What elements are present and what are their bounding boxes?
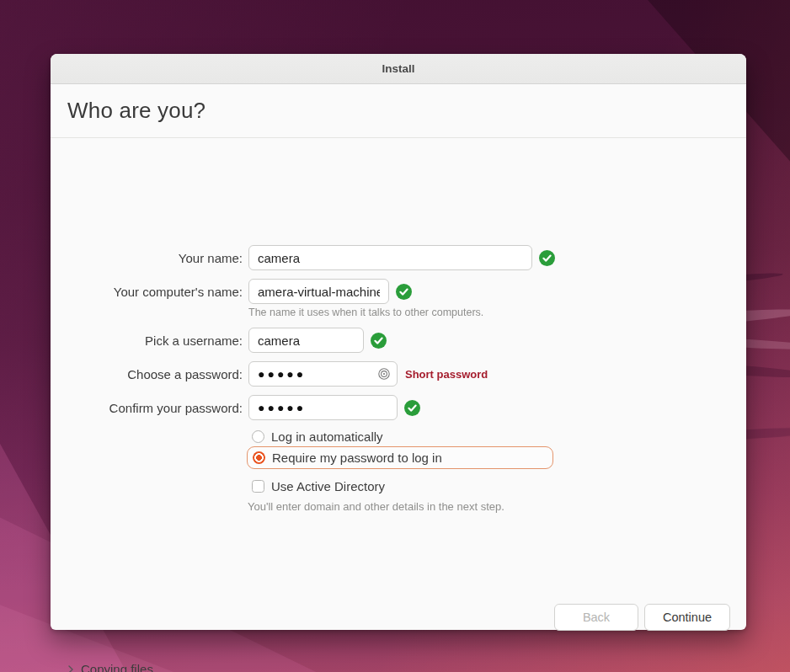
your-name-valid-icon [539,250,555,266]
progress-expander[interactable]: Copying files... [67,662,163,672]
computer-name-label: Your computer's name: [51,285,243,299]
auto-login-option[interactable]: Log in automatically [252,429,383,444]
active-directory-checkbox-icon[interactable] [252,480,264,493]
active-directory-hint: You'll enter domain and other details in… [248,500,504,513]
active-directory-label: Use Active Directory [271,479,385,493]
progress-label: Copying files... [81,662,163,672]
computer-name-input[interactable] [248,279,389,304]
your-name-input[interactable] [248,245,532,270]
auto-login-label: Log in automatically [271,429,383,444]
confirm-password-row: Confirm your password: [51,395,420,420]
confirm-password-valid-icon [404,400,420,416]
username-valid-icon [371,333,387,349]
require-password-option[interactable]: Require my password to log in [247,446,553,469]
continue-button[interactable]: Continue [644,604,730,631]
password-warning: Short password [405,368,488,381]
username-input[interactable] [248,328,364,353]
require-password-radio-icon[interactable] [253,451,265,464]
reveal-password-icon[interactable] [377,367,391,381]
back-button[interactable]: Back [554,604,638,631]
confirm-password-label: Confirm your password: [51,401,243,415]
username-row: Pick a username: [51,328,387,353]
active-directory-option[interactable]: Use Active Directory [252,479,385,493]
require-password-label: Require my password to log in [272,451,442,465]
chevron-right-icon [67,664,74,672]
username-label: Pick a username: [51,333,243,348]
your-name-label: Your name: [51,251,243,265]
auto-login-radio-icon[interactable] [252,430,264,443]
window-title: Install [382,62,414,75]
page-header: Who are you? [51,84,746,138]
your-name-row: Your name: [51,245,555,270]
installer-window: Install Who are you? Your name: Your com… [51,54,746,630]
password-row: Choose a password: Short password [51,361,488,387]
password-input[interactable] [248,361,398,387]
computer-name-valid-icon [396,284,412,300]
password-label: Choose a password: [51,367,243,381]
page-title: Who are you? [67,98,206,124]
computer-name-hint: The name it uses when it talks to other … [248,307,483,318]
titlebar[interactable]: Install [51,54,746,84]
computer-name-row: Your computer's name: [51,279,412,304]
who-are-you-form: Your name: Your computer's name: The nam… [51,138,746,631]
confirm-password-input[interactable] [248,395,398,420]
